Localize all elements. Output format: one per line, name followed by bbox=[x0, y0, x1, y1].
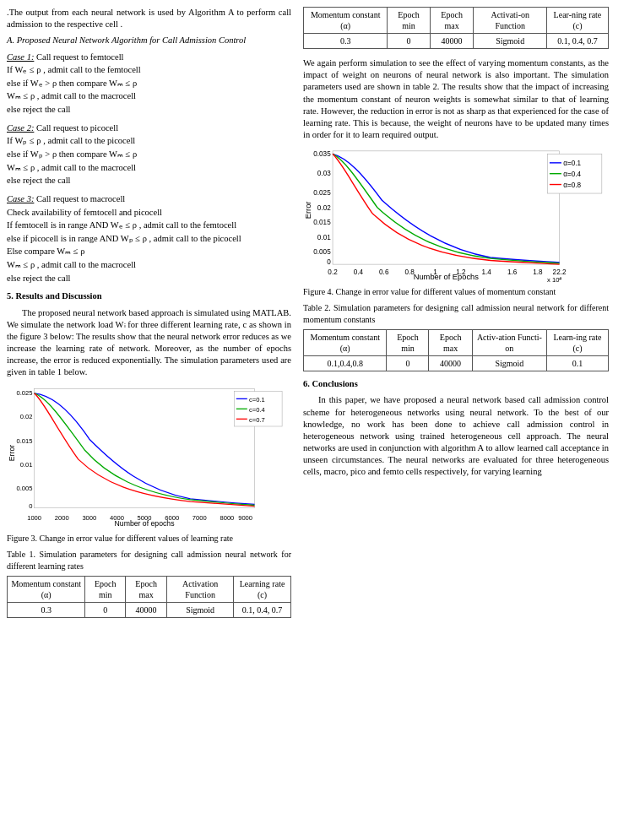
t2-row1-col3: 40000 bbox=[429, 356, 472, 371]
table1-col2-header: Epoch min bbox=[85, 577, 126, 603]
t2-col5: Learn-ing rate (c) bbox=[546, 330, 608, 356]
svg-text:0.8: 0.8 bbox=[404, 268, 415, 276]
table1-row1-col1: 0.3 bbox=[8, 603, 85, 618]
case3-block: Case 3: Call request to macrocell Check … bbox=[7, 193, 291, 284]
svg-rect-25 bbox=[333, 151, 560, 264]
section5-title: 5. Results and Discussion bbox=[7, 290, 291, 302]
case1-line2: else if Wₑ > ρ then compare Wₘ ≤ ρ bbox=[7, 78, 291, 89]
ttop-row1-col1: 0.3 bbox=[304, 34, 388, 49]
svg-text:0.01: 0.01 bbox=[20, 460, 33, 468]
case2-line4: else reject the call bbox=[7, 175, 291, 187]
table1-title: Table 1. Simulation parameters for desig… bbox=[7, 549, 291, 572]
ttop-row1-col3: 40000 bbox=[430, 34, 474, 49]
fig4-caption: Figure 4. Change in error value for diff… bbox=[303, 286, 609, 298]
section6-para: In this paper, we have proposed a neural… bbox=[303, 394, 609, 478]
table1-row1-col2: 0 bbox=[85, 603, 126, 618]
right-para1: We again perform simulation to see the e… bbox=[303, 57, 609, 141]
figure3-chart: Error Number of epochs 0.025 0.02 0.015 … bbox=[7, 384, 291, 531]
table1-row1-col3: 40000 bbox=[126, 603, 167, 618]
ttop-col3: Epoch max bbox=[430, 8, 474, 34]
case1-desc: Call request to femtocell bbox=[34, 52, 123, 62]
t2-row1-col4: Sigmoid bbox=[472, 356, 546, 371]
case1-line4: else reject the call bbox=[7, 104, 291, 116]
case1-line1: If Wₑ ≤ ρ , admit call to the femtocell bbox=[7, 64, 291, 76]
svg-text:0.2: 0.2 bbox=[328, 268, 338, 276]
case1-line3: Wₘ ≤ ρ , admit call to the macrocell bbox=[7, 90, 291, 102]
case1-block: Case 1: Call request to femtocell If Wₑ … bbox=[7, 51, 291, 116]
svg-text:0.02: 0.02 bbox=[20, 413, 33, 420]
figure3-container: Error Number of epochs 0.025 0.02 0.015 … bbox=[7, 384, 291, 544]
figure4-chart: Error Number of Epochs 0.035 0.03 0.025 … bbox=[303, 146, 609, 284]
svg-text:2.2: 2.2 bbox=[556, 268, 567, 276]
ttop-col1: Momentum constant (α) bbox=[304, 8, 388, 34]
section-a-title: A. Proposed Neural Network Algorithm for… bbox=[7, 35, 291, 46]
ttop-col5: Lear-ning rate (c) bbox=[546, 8, 608, 34]
svg-text:0.01: 0.01 bbox=[317, 234, 331, 241]
svg-text:c=0.4: c=0.4 bbox=[249, 405, 265, 413]
table1-col3-header: Epoch max bbox=[126, 577, 167, 603]
svg-text:0.025: 0.025 bbox=[313, 190, 331, 198]
svg-text:0.015: 0.015 bbox=[313, 219, 331, 227]
case3-title: Case 3: bbox=[7, 194, 34, 203]
svg-text:x 10⁴: x 10⁴ bbox=[547, 276, 561, 284]
ttop-row1-col2: 0 bbox=[388, 34, 430, 49]
table1-col1-header: Momentum constant (α) bbox=[8, 577, 85, 603]
svg-text:α=0.8: α=0.8 bbox=[563, 182, 581, 189]
table2: Momentum constant (α) Epoch min Epoch ma… bbox=[303, 329, 609, 371]
table1-col4-header: Activation Function bbox=[167, 577, 234, 603]
t2-row1-col5: 0.1 bbox=[546, 356, 608, 371]
case3-line2: If femtocell is in range AND Wₑ ≤ ρ , ad… bbox=[7, 219, 291, 231]
svg-text:0.4: 0.4 bbox=[354, 268, 364, 276]
case2-line3: Wₘ ≤ ρ , admit call to the macrocell bbox=[7, 162, 291, 174]
fig3-caption: Figure 3. Change in error value for diff… bbox=[7, 533, 291, 545]
svg-text:α=0.1: α=0.1 bbox=[563, 160, 581, 168]
svg-text:c=0.7: c=0.7 bbox=[249, 415, 265, 423]
svg-rect-0 bbox=[35, 388, 255, 507]
svg-text:1.6: 1.6 bbox=[507, 268, 518, 276]
svg-text:0.035: 0.035 bbox=[313, 150, 331, 158]
ttop-col4: Activati-on Function bbox=[474, 8, 546, 34]
svg-text:Error: Error bbox=[304, 202, 312, 219]
svg-text:3000: 3000 bbox=[82, 513, 96, 521]
table2-title: Table 2. Simulation parameters for desig… bbox=[303, 302, 609, 325]
svg-text:1: 1 bbox=[433, 268, 437, 276]
svg-text:0.02: 0.02 bbox=[317, 204, 331, 212]
table1-col5-header: Learning rate (c) bbox=[234, 577, 291, 603]
svg-text:6000: 6000 bbox=[165, 513, 179, 521]
case1-title: Case 1: bbox=[7, 52, 34, 62]
ttop-row1-col5: 0.1, 0.4, 0.7 bbox=[546, 34, 608, 49]
case3-desc: Call request to macrocell bbox=[34, 194, 125, 203]
case2-block: Case 2: Call request to picocell If Wₚ ≤… bbox=[7, 122, 291, 187]
ttop-col2: Epoch min bbox=[388, 8, 430, 34]
t2-row1-col2: 0 bbox=[387, 356, 429, 371]
svg-text:0.025: 0.025 bbox=[16, 389, 32, 397]
svg-text:0: 0 bbox=[29, 501, 32, 509]
svg-text:c=0.1: c=0.1 bbox=[249, 395, 265, 403]
case3-line6: else reject the call bbox=[7, 273, 291, 285]
svg-text:0.6: 0.6 bbox=[379, 268, 389, 276]
svg-text:5000: 5000 bbox=[138, 513, 152, 521]
table1-row1-col4: Sigmoid bbox=[167, 603, 234, 618]
svg-text:0.005: 0.005 bbox=[16, 485, 32, 492]
t2-row1-col1: 0.1,0.4,0.8 bbox=[304, 356, 387, 371]
case3-line4: Else compare Wₘ ≤ ρ bbox=[7, 246, 291, 257]
case2-line1: If Wₚ ≤ ρ , admit call to the picocell bbox=[7, 135, 291, 147]
ttop-row1-col4: Sigmoid bbox=[474, 34, 546, 49]
t2-col4: Activ-ation Functi-on bbox=[472, 330, 546, 356]
case3-line1: Check availability of femtocell and pico… bbox=[7, 207, 291, 219]
svg-text:0.015: 0.015 bbox=[16, 436, 32, 444]
svg-text:4000: 4000 bbox=[110, 513, 124, 521]
section5-para: The proposed neural network based approa… bbox=[7, 307, 291, 379]
figure4-container: Error Number of Epochs 0.035 0.03 0.025 … bbox=[303, 146, 609, 297]
svg-text:1000: 1000 bbox=[27, 513, 41, 521]
case2-line2: else if Wₚ > ρ then compare Wₘ ≤ ρ bbox=[7, 149, 291, 160]
case2-title: Case 2: bbox=[7, 123, 34, 133]
t2-col1: Momentum constant (α) bbox=[304, 330, 387, 356]
svg-text:α=0.4: α=0.4 bbox=[563, 171, 581, 178]
t2-col3: Epoch max bbox=[429, 330, 472, 356]
svg-text:7000: 7000 bbox=[192, 513, 207, 521]
svg-text:1.2: 1.2 bbox=[456, 268, 466, 276]
intro-para: .The output from each neural network is … bbox=[7, 7, 291, 30]
t2-col2: Epoch min bbox=[387, 330, 429, 356]
svg-text:1.4: 1.4 bbox=[482, 268, 492, 276]
